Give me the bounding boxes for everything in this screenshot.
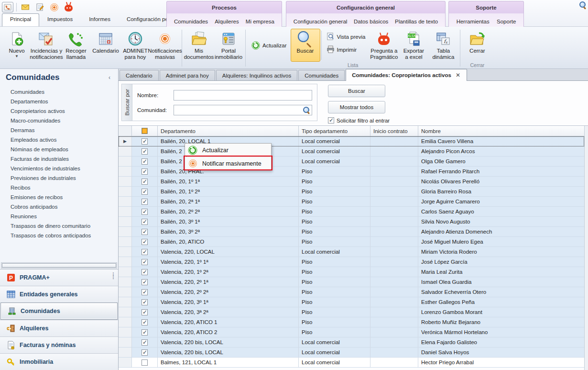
row-checkbox[interactable] [142, 148, 148, 155]
sidebar-nav-alquileres[interactable]: Alquileres [0, 320, 118, 336]
sidebar-item-macro-comunidades[interactable]: Macro-comunidades [0, 116, 118, 125]
doc-tab-comunidades[interactable]: Comunidades [298, 70, 345, 80]
drag-handle-icon[interactable]: ⋮⋮ [111, 272, 116, 279]
row-checkbox[interactable] [142, 158, 148, 165]
imprimir-button[interactable]: Imprimir [325, 45, 368, 55]
table-row[interactable]: Valencia, 220, 3ª 2ªPisoLorenzo Gamboa M… [119, 307, 584, 317]
envelope-button[interactable] [20, 2, 31, 12]
sidebar-nav-comunidades[interactable]: Comunidades [0, 303, 118, 320]
vista-previa-button[interactable]: Vista previa [325, 32, 368, 42]
row-checkbox[interactable] [142, 269, 148, 275]
row-checkbox[interactable] [142, 239, 148, 245]
sidebar-item-empleados-activos[interactable]: Empleados activos [0, 135, 118, 145]
row-checkbox[interactable] [142, 229, 148, 235]
collapse-chevron-icon[interactable]: ‹ [106, 74, 113, 81]
sidebar-item-n-minas-de-empleados[interactable]: Nóminas de empleados [0, 145, 118, 154]
table-row[interactable]: Valencia, 220, LOCALLocal comercialMiria… [119, 247, 584, 257]
sidebar-item-departamentos[interactable]: Departamentos [0, 97, 118, 106]
page-tab-principal[interactable]: Principal [2, 13, 39, 26]
sidebar-item-previsiones-de-industriales[interactable]: Previsiones de industriales [0, 173, 118, 183]
doc-tab-comunidades-copropietarios-activos[interactable]: Comunidades: Copropietarios activos✕ [346, 69, 467, 81]
contextual-tab-comunidades[interactable]: Comunidades [171, 17, 211, 24]
table-row[interactable]: Valencia, 220, ATICO 2PisoVerónica Mármo… [119, 327, 584, 337]
tabla-din-mica-button[interactable]: fxTabladinámica [428, 29, 458, 62]
pregunta-a-pragm-tico-button[interactable]: Pregunta aPragmático [369, 29, 399, 62]
sidebar-hscrollbar[interactable] [1, 262, 117, 269]
row-checkbox[interactable] [142, 319, 148, 325]
adminet-para-hoy-button[interactable]: ADMINETpara hoy [120, 29, 150, 62]
table-row[interactable]: Bailén, 20, 3º 1ªPisoSilvia Novo Augusto [119, 217, 584, 227]
sidebar-item-traspasos-de-cobros-anticipados[interactable]: Traspasos de cobros anticipados [0, 231, 118, 240]
table-row[interactable]: Valencia, 220, 2º 1ªPisoIsmael Olea Guar… [119, 277, 584, 287]
sidebar-item-recibos[interactable]: Recibos [0, 183, 118, 192]
recoger-llamada-button[interactable]: Recogerllamada [61, 29, 91, 62]
sidebar-item-cobros-anticipados[interactable]: Cobros anticipados [0, 202, 118, 212]
sidebar-item-vencimientos-de-industriales[interactable]: Vencimientos de industriales [0, 164, 118, 173]
close-tab-icon[interactable]: ✕ [455, 72, 461, 78]
sidebar-nav-entidades-generales[interactable]: Entidades generales [0, 286, 118, 303]
actualizar-button[interactable]: Actualizar [248, 39, 291, 52]
calendario-button[interactable]: Calendario [91, 29, 120, 62]
page-tab-informes[interactable]: Informes [81, 13, 119, 26]
table-row[interactable]: Bailén, 20, 2ª 1ªPisoJorge Aguirre Camar… [119, 197, 584, 207]
nombre-input[interactable] [174, 90, 312, 101]
table-row[interactable]: Bailén, 20, 3º 2ªPisoAlejandro Atienza D… [119, 227, 584, 237]
table-row[interactable]: Valencia, 220, 2º 2ªPisoSalvador Echever… [119, 287, 584, 297]
doc-tab-alquileres-inquilinos-activos[interactable]: Alquileres: Inquilinos activos [216, 70, 297, 80]
row-checkbox[interactable] [142, 279, 148, 285]
contextual-tab-plantillas-de-texto[interactable]: Plantillas de texto [392, 17, 441, 24]
portal-inmobiliario-button[interactable]: Portalinmobiliario [214, 29, 243, 62]
sidebar-nav-pragma-[interactable]: PPRAGMA+⋮⋮ [0, 269, 118, 286]
contextual-tab-datos-básicos[interactable]: Datos básicos [351, 17, 391, 24]
row-checkbox[interactable] [142, 209, 148, 215]
table-row[interactable]: Bailén, 20, 2º 2ªPisoCarlos Saenz Aguayo [119, 207, 584, 217]
nuevo-button[interactable]: Nuevo▼ [2, 29, 32, 62]
contextual-tab-soporte[interactable]: Soporte [494, 17, 519, 24]
row-checkbox[interactable] [142, 219, 148, 225]
exportar-a-excel-button[interactable]: XLSXExportara excel [399, 29, 428, 62]
comunidad-input[interactable] [174, 105, 312, 115]
row-checkbox[interactable] [142, 189, 148, 195]
row-checkbox[interactable] [142, 138, 148, 145]
grid-header-departamento[interactable]: Departamento [158, 126, 299, 136]
field-search-icon[interactable] [303, 107, 310, 114]
table-row[interactable]: Balmes, 121, LOCAL 1Local comercialHecto… [119, 358, 584, 368]
row-checkbox[interactable] [142, 249, 148, 255]
table-row[interactable]: Bailén, 20, 1º 2ªPisoGloria Barreiro Ros… [119, 187, 584, 197]
sidebar-item-derramas[interactable]: Derramas [0, 125, 118, 135]
table-row[interactable]: Valencia, 220, 3º 1ªPisoEsther Gallegos … [119, 297, 584, 307]
notificaciones-masivas-button[interactable]: Notificacionesmasivas [150, 29, 180, 62]
sidebar-item-reuniones[interactable]: Reuniones [0, 212, 118, 221]
mostrar-todos-button[interactable]: Mostrar todos [328, 101, 385, 113]
context-menu-item-actualizar[interactable]: Actualizar [185, 144, 271, 157]
buscar-ribbon-button[interactable]: Buscar [291, 29, 320, 62]
table-row[interactable]: Bailén, 20, ATICOPisoJosé Miguel Mulero … [119, 237, 584, 247]
sidebar-nav-inmobiliaria[interactable]: Inmobiliaria [0, 353, 118, 370]
table-row[interactable]: Valencia, 220, 1º 2ªPisoMaria Leal Zurit… [119, 267, 584, 277]
grid-header-tipo-departamento[interactable]: Tipo departamento [299, 126, 370, 136]
row-checkbox[interactable] [142, 289, 148, 295]
table-row[interactable]: Bailén, 20, 1º 1ªPisoNicolás Olivares Pe… [119, 177, 584, 187]
select-all-checkbox[interactable] [142, 128, 148, 134]
doc-tab-adminet-para-hoy[interactable]: Adminet para hoy [160, 70, 215, 80]
row-checkbox[interactable] [142, 168, 148, 175]
solicitar-filtro-checkbox[interactable] [328, 117, 334, 123]
phone-card-button[interactable] [2, 2, 13, 12]
sidebar-item-copropietarios-activos[interactable]: Copropietarios activos [0, 106, 118, 116]
row-checkbox[interactable] [142, 339, 148, 346]
broadcast-button[interactable] [48, 2, 60, 12]
cerrar-button[interactable]: Cerrar [462, 29, 492, 62]
notes-button[interactable] [34, 2, 45, 12]
doc-tab-calendario[interactable]: Calendario [120, 70, 159, 80]
robot-button[interactable] [63, 2, 74, 12]
row-checkbox[interactable] [142, 199, 148, 205]
buscar-button[interactable]: Buscar [328, 85, 385, 97]
row-checkbox[interactable] [142, 329, 148, 336]
contextual-tab-mi-empresa[interactable]: Mi empresa [243, 17, 277, 24]
incidencias-y-notificaciones-button[interactable]: Incidencias ynotificaciones [32, 29, 61, 62]
page-tab-impuestos[interactable]: Impuestos [39, 13, 81, 26]
contextual-tab-herramientas[interactable]: Herramientas [454, 17, 492, 24]
table-row[interactable]: Valencia, 220 bis, LOCALLocal comercialD… [119, 348, 584, 358]
mis-documentos-button[interactable]: Misdocumentos [184, 29, 214, 62]
row-checkbox[interactable] [142, 359, 148, 366]
